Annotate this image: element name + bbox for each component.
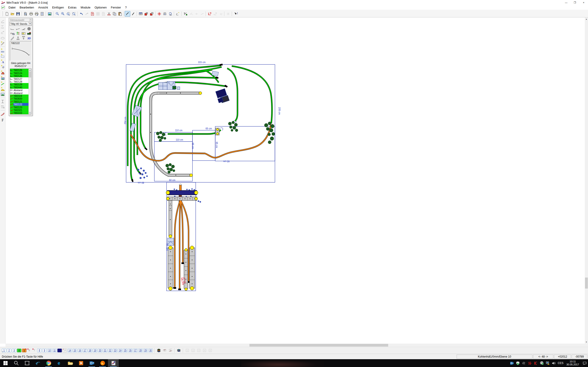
track-plan-canvas[interactable]: 315 cm250 cm205 cm110 cm110 cm65 cm65 cm… — [6, 17, 585, 344]
accessories-button[interactable]: Fa — [10, 31, 15, 35]
page-tab-27[interactable]: 27 — [133, 349, 138, 352]
insert-terrain-button[interactable] — [0, 86, 5, 91]
horizontal-scrollbar[interactable] — [6, 344, 585, 347]
view-preset-5-button[interactable]: 5 — [208, 348, 213, 353]
track-system-dropdown[interactable]: Tillig H0 Standa ▼ — [10, 22, 32, 26]
draw-track-button[interactable] — [0, 41, 5, 46]
scroll-down-arrow[interactable]: ▼ — [585, 340, 588, 344]
track-connect-button[interactable] — [0, 30, 5, 35]
page-tab-20[interactable]: 20 — [98, 349, 102, 352]
insert-element-button[interactable]: * — [175, 11, 181, 17]
toolbar-grip[interactable] — [2, 11, 3, 16]
tray-outlook-tray-icon[interactable] — [510, 361, 514, 365]
track-plan-drawing[interactable] — [6, 17, 585, 344]
straight-track-button[interactable] — [10, 26, 15, 31]
page-tab-8[interactable]: 8 — [37, 349, 42, 352]
page-tab-28[interactable]: 28 — [138, 349, 143, 352]
cut-button[interactable] — [106, 11, 112, 17]
taskbar-outlook-icon[interactable] — [86, 359, 97, 367]
print-preview-button[interactable] — [23, 11, 28, 17]
save-file-button[interactable] — [15, 11, 21, 17]
taskbar-task-view-icon[interactable] — [22, 359, 32, 367]
view-preset-1-button[interactable]: 1 — [185, 348, 190, 353]
flex-track-side-button[interactable]: FLEX — [0, 19, 5, 24]
taskbar-media-player-icon[interactable] — [76, 359, 86, 367]
menu-item-einfuegen[interactable]: Einfügen — [50, 5, 66, 10]
to-back-button[interactable] — [149, 11, 154, 17]
zoom-fit-button[interactable] — [71, 11, 77, 17]
move-button[interactable] — [156, 11, 162, 17]
letter-f-tool-button[interactable]: F — [0, 117, 5, 122]
track-list-item[interactable]: Abstand — [10, 89, 28, 92]
close-button[interactable]: × — [579, 0, 588, 5]
page-tab-2[interactable]: 2 — [7, 349, 11, 352]
page-tab-12[interactable]: 12 — [57, 349, 62, 352]
flex-75-button[interactable]: 7,5°FLEX — [0, 24, 5, 29]
figures-button[interactable] — [15, 31, 21, 35]
insert-road-button[interactable] — [0, 81, 5, 86]
horizontal-scrollbar-thumb[interactable] — [250, 344, 388, 347]
list-scroll-down-icon[interactable]: ▼ — [29, 112, 31, 114]
insert-dimension-button[interactable] — [162, 11, 167, 17]
taskbar-search-icon[interactable] — [11, 359, 22, 367]
list-scroll-up-icon[interactable]: ▲ — [29, 69, 31, 71]
language-indicator[interactable]: CES — [558, 361, 563, 365]
track-list-scrollbar[interactable]: ▲ ▼ — [28, 69, 31, 114]
track-list-item[interactable]: Ti82119 — [10, 94, 28, 97]
redo-button[interactable] — [84, 11, 90, 17]
turntable-button[interactable] — [26, 26, 32, 31]
parts-list-button[interactable] — [39, 11, 45, 17]
page-tab-14[interactable]: 14 — [68, 349, 72, 352]
scroll-up-arrow[interactable]: ▲ — [585, 17, 588, 21]
track-list-item[interactable]: Ti82440 — [10, 86, 28, 89]
track-list-item[interactable]: Ti82820 — [10, 97, 28, 100]
menu-item-optionen[interactable]: Optionen — [93, 5, 109, 10]
tray-network-warning-icon[interactable]: ! — [546, 361, 550, 365]
page-tab-30[interactable]: 30 — [148, 349, 153, 352]
track-list-item[interactable]: Ti82122 — [10, 103, 28, 106]
tray-volume-icon[interactable] — [552, 361, 556, 365]
menu-item-bearbeiten[interactable]: Bearbeiten — [17, 5, 36, 10]
page-tab-25[interactable]: 25 — [123, 349, 128, 352]
tray-kaspersky-icon[interactable] — [534, 361, 538, 365]
page-tab-17[interactable]: 17 — [83, 349, 87, 352]
view-preset-2-button[interactable]: 2 — [190, 348, 195, 353]
paste-button[interactable] — [117, 11, 123, 17]
page-tab-5[interactable]: 5 — [22, 349, 26, 352]
track-list-item[interactable]: Abstand — [10, 92, 28, 94]
minimize-button[interactable]: — — [562, 0, 571, 5]
dimension-label[interactable]: 315 cm — [198, 61, 206, 64]
panel-close-icon[interactable]: × — [29, 19, 32, 21]
grid-button[interactable] — [95, 11, 101, 17]
measure-height-button[interactable] — [0, 99, 5, 104]
track-list-item[interactable]: Ti82126 — [10, 75, 28, 77]
tray-defender-icon[interactable] — [516, 361, 520, 365]
track-list-item[interactable]: Ti82128 — [10, 80, 28, 83]
track-list-item[interactable]: Ti82321 — [10, 109, 28, 111]
layer-move-down-button[interactable] — [168, 348, 173, 353]
menu-item-hilfe[interactable]: ? — [123, 5, 129, 10]
track-list-item[interactable]: Ti82125 — [10, 69, 28, 72]
taskbar-firefox-icon[interactable] — [97, 359, 108, 367]
menu-item-extras[interactable]: Extras — [66, 5, 78, 10]
switch-track-button[interactable] — [21, 26, 26, 31]
draw-tools-button[interactable] — [10, 35, 15, 40]
page-tab-26[interactable]: 26 — [128, 349, 132, 352]
open-file-button[interactable] — [10, 11, 15, 17]
page-tab-11[interactable]: 11 — [52, 349, 57, 352]
context-help-button[interactable]: ? — [233, 11, 238, 17]
dimension-label[interactable]: 110 cm — [175, 129, 182, 132]
page-tab-10[interactable]: 10 — [47, 349, 52, 352]
taskbar-start-icon[interactable] — [0, 359, 11, 367]
dimension-label[interactable]: 60 cm — [223, 160, 229, 163]
taskbar-chrome-icon[interactable] — [43, 359, 54, 367]
insert-house-button[interactable] — [0, 70, 5, 75]
track-tool-2-button[interactable] — [194, 11, 199, 17]
gradient-tool-button[interactable] — [0, 111, 5, 117]
track-ellipse-button[interactable] — [0, 35, 5, 40]
print-setup-button[interactable] — [34, 11, 39, 17]
view-3d-button[interactable]: 3D — [26, 35, 32, 40]
track-tool-1-button[interactable]: ¾ — [188, 11, 194, 17]
to-front-button[interactable] — [143, 11, 149, 17]
print-button[interactable] — [28, 11, 34, 17]
